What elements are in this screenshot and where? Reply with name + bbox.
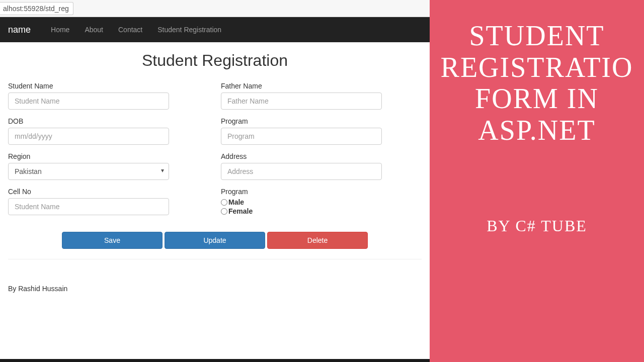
brand-name[interactable]: name [2,25,38,35]
nav-about[interactable]: About [77,17,111,42]
program-label: Program [221,117,422,125]
radio-female-label: Female [228,207,253,215]
student-name-input[interactable] [8,93,169,110]
region-label: Region [8,152,209,160]
address-input[interactable] [221,163,382,180]
navbar: name Home About Contact Student Registra… [0,17,430,42]
sidebar-line2: REGISTRATIO [441,52,633,83]
radio-male-label: Male [228,198,244,206]
footer-text: By Rashid Hussain [8,259,422,293]
region-select[interactable]: Pakistan [8,163,169,180]
sidebar-line1: STUDENT [469,20,604,51]
radio-female[interactable] [221,208,227,215]
radio-male[interactable] [221,199,227,206]
father-name-label: Father Name [221,82,422,90]
nav-home[interactable]: Home [43,17,77,42]
father-name-input[interactable] [221,93,382,110]
cellno-label: Cell No [8,188,209,196]
sidebar-line4: ASP.NET [478,115,595,146]
cellno-input[interactable] [8,198,169,215]
url-text: alhost:55928/std_reg [0,2,73,15]
page-title: Student Registration [8,51,422,70]
address-label: Address [221,152,422,160]
sidebar-line3: FORM IN [475,83,599,114]
gender-label: Program [221,188,422,196]
bottom-bar [0,359,430,362]
student-name-label: Student Name [8,82,209,90]
save-button[interactable]: Save [62,232,163,249]
update-button[interactable]: Update [165,232,265,249]
video-title-sidebar: STUDENT REGISTRATIO FORM IN ASP.NET BY C… [430,0,644,362]
nav-student-registration[interactable]: Student Registration [150,17,229,42]
dob-label: DOB [8,117,209,125]
sidebar-byline: BY C# TUBE [487,217,587,235]
nav-contact[interactable]: Contact [111,17,150,42]
address-bar[interactable]: alhost:55928/std_reg [0,0,430,17]
program-input[interactable] [221,128,382,145]
delete-button[interactable]: Delete [267,232,368,249]
dob-input[interactable] [8,128,169,145]
